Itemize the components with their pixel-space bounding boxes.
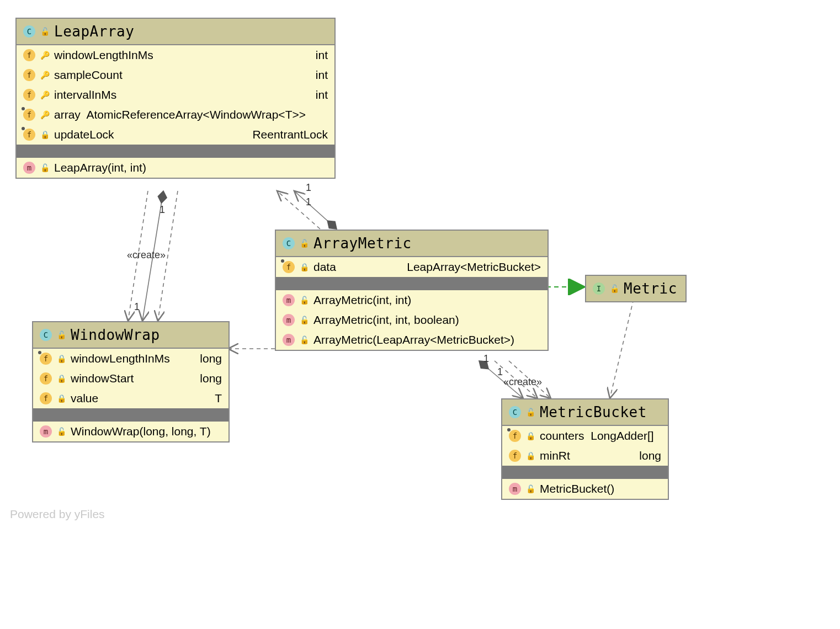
class-header: I 🔓 Metric xyxy=(586,276,685,301)
field-icon: f xyxy=(509,430,521,442)
field-row: f 🔒 windowLengthInMs long xyxy=(33,349,228,369)
field-icon: f xyxy=(509,450,521,462)
field-icon: f xyxy=(283,261,295,273)
method-icon: m xyxy=(283,334,295,346)
class-title: LeapArray xyxy=(54,23,134,40)
field-row: f 🔒 minRt long xyxy=(502,446,668,466)
divider-bar xyxy=(276,277,547,290)
class-LeapArray[interactable]: C 🔓 LeapArray f 🔑 windowLengthInMs int f… xyxy=(15,18,336,179)
divider-bar xyxy=(502,466,668,479)
method-sig: MetricBucket() xyxy=(540,482,614,495)
field-type: int xyxy=(316,49,328,62)
pin-icon xyxy=(281,259,284,263)
class-icon: C xyxy=(23,25,35,38)
field-name: minRt xyxy=(540,449,570,462)
method-row: m 🔓 ArrayMetric(LeapArray<MetricBucket>) xyxy=(276,330,547,350)
public-icon: 🔓 xyxy=(57,427,65,436)
create-label: «create» xyxy=(503,376,542,388)
field-name: windowLengthInMs xyxy=(71,352,170,365)
method-row: m 🔓 ArrayMetric(int, int) xyxy=(276,290,547,310)
field-name: windowLengthInMs xyxy=(54,49,153,62)
private-icon: 🔒 xyxy=(527,431,534,440)
class-icon: C xyxy=(509,406,521,418)
open-lock-icon: 🔓 xyxy=(610,284,618,293)
class-header: C 🔓 LeapArray xyxy=(17,19,334,44)
class-header: C 🔓 ArrayMetric xyxy=(276,231,547,256)
method-row: m 🔓 ArrayMetric(int, int, boolean) xyxy=(276,310,547,330)
class-icon: C xyxy=(283,237,295,249)
field-type: long xyxy=(639,449,661,462)
class-MetricBucket[interactable]: C 🔓 MetricBucket f 🔒 counters LongAdder[… xyxy=(501,398,669,500)
field-icon: f xyxy=(40,372,52,385)
field-type: ReentrantLock xyxy=(252,128,328,141)
public-icon: 🔓 xyxy=(300,335,308,344)
protected-icon: 🔑 xyxy=(41,51,49,60)
private-icon: 🔒 xyxy=(57,394,65,403)
class-header: C 🔓 WindowWrap xyxy=(33,322,228,348)
private-icon: 🔒 xyxy=(57,374,65,383)
open-lock-icon: 🔓 xyxy=(57,331,65,339)
protected-icon: 🔑 xyxy=(41,90,49,99)
field-icon: f xyxy=(23,49,35,61)
field-row: f 🔒 data LeapArray<MetricBucket> xyxy=(276,257,547,277)
field-name: windowStart xyxy=(71,372,134,385)
uml-canvas: 1 1 1 1 1 1 «create» «create» C 🔓 LeapAr… xyxy=(0,0,840,629)
field-type: int xyxy=(316,68,328,82)
mult-label: 1 xyxy=(483,353,489,365)
create-label: «create» xyxy=(127,249,166,261)
field-name: value xyxy=(71,392,98,405)
class-ArrayMetric[interactable]: C 🔓 ArrayMetric f 🔒 data LeapArray<Metri… xyxy=(275,230,549,351)
field-row: f 🔑 array AtomicReferenceArray<WindowWra… xyxy=(17,105,334,125)
divider-bar xyxy=(33,408,228,422)
mult-label: 1 xyxy=(306,182,311,194)
interface-icon: I xyxy=(593,282,605,295)
field-type: LeapArray<MetricBucket> xyxy=(407,260,541,274)
pin-icon xyxy=(22,127,25,130)
public-icon: 🔓 xyxy=(300,316,308,324)
field-row: f 🔑 windowLengthInMs int xyxy=(17,45,334,65)
field-row: f 🔒 windowStart long xyxy=(33,369,228,388)
method-sig: ArrayMetric(int, int) xyxy=(313,294,411,307)
field-icon: f xyxy=(23,129,35,141)
method-sig: ArrayMetric(LeapArray<MetricBucket>) xyxy=(313,333,514,347)
field-icon: f xyxy=(23,89,35,101)
field-name: data xyxy=(313,260,336,274)
class-title: WindowWrap xyxy=(71,327,160,343)
open-lock-icon: 🔓 xyxy=(527,408,534,417)
field-icon: f xyxy=(23,69,35,81)
svg-line-10 xyxy=(610,299,634,398)
protected-icon: 🔑 xyxy=(41,110,49,119)
mult-label: 1 xyxy=(134,301,140,313)
method-icon: m xyxy=(509,483,521,495)
divider-bar xyxy=(17,145,334,158)
method-row: m 🔓 MetricBucket() xyxy=(502,479,668,499)
field-type: T xyxy=(215,392,222,405)
pin-icon xyxy=(22,107,25,110)
field-name: intervalInMs xyxy=(54,88,116,102)
mult-label: 1 xyxy=(497,366,503,378)
method-row: m 🔓 WindowWrap(long, long, T) xyxy=(33,422,228,441)
method-icon: m xyxy=(40,425,52,438)
field-row: f 🔒 updateLock ReentrantLock xyxy=(17,125,334,145)
field-name: sampleCount xyxy=(54,68,123,82)
class-title: MetricBucket xyxy=(540,404,647,420)
method-icon: m xyxy=(283,294,295,306)
class-WindowWrap[interactable]: C 🔓 WindowWrap f 🔒 windowLengthInMs long… xyxy=(32,321,230,443)
class-header: C 🔓 MetricBucket xyxy=(502,399,668,425)
open-lock-icon: 🔓 xyxy=(300,239,308,248)
protected-icon: 🔑 xyxy=(41,71,49,79)
class-title: ArrayMetric xyxy=(313,235,412,252)
public-icon: 🔓 xyxy=(527,484,534,493)
mult-label: 1 xyxy=(160,204,165,216)
field-icon: f xyxy=(40,392,52,404)
field-icon: f xyxy=(40,353,52,365)
field-row: f 🔒 value T xyxy=(33,388,228,408)
class-title: Metric xyxy=(624,280,677,297)
field-row: f 🔑 intervalInMs int xyxy=(17,85,334,105)
field-row: f 🔒 counters LongAdder[] xyxy=(502,426,668,446)
method-icon: m xyxy=(283,314,295,326)
field-name: updateLock xyxy=(54,128,114,141)
interface-Metric[interactable]: I 🔓 Metric xyxy=(585,275,687,302)
pin-icon xyxy=(38,351,41,354)
method-icon: m xyxy=(23,162,35,174)
